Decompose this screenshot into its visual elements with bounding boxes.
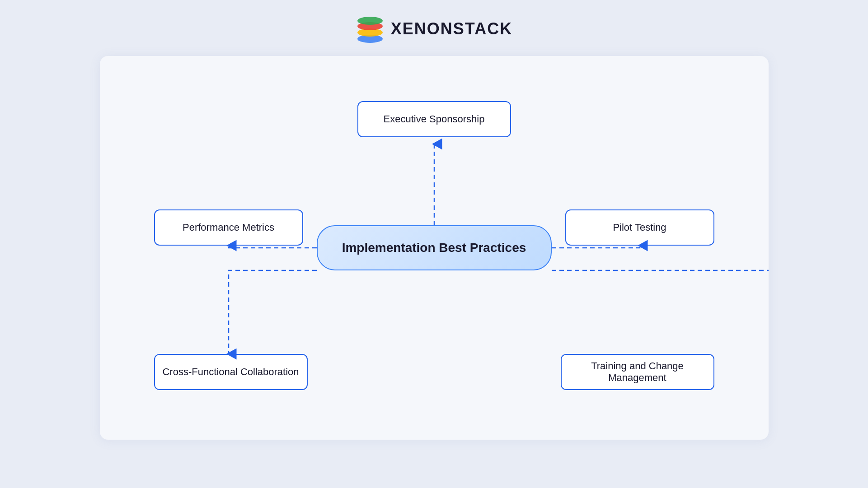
brand-name: XENONSTACK xyxy=(391,19,512,38)
logo-icon xyxy=(356,13,385,45)
cross-functional-label: Cross-Functional Collaboration xyxy=(162,366,299,378)
performance-metrics-box: Performance Metrics xyxy=(154,209,303,246)
pilot-testing-box: Pilot Testing xyxy=(565,209,714,246)
arrow-to-pilot xyxy=(552,246,640,248)
cross-functional-box: Cross-Functional Collaboration xyxy=(154,354,308,390)
performance-metrics-label: Performance Metrics xyxy=(183,222,274,233)
header: XENONSTACK xyxy=(356,13,512,45)
svg-point-3 xyxy=(357,17,383,25)
training-box: Training and Change Management xyxy=(561,354,714,390)
pilot-testing-label: Pilot Testing xyxy=(613,222,666,233)
center-label: Implementation Best Practices xyxy=(342,241,526,255)
center-box: Implementation Best Practices xyxy=(317,225,552,270)
training-label: Training and Change Management xyxy=(562,360,713,384)
diagram-card: Executive Sponsorship Performance Metric… xyxy=(100,56,769,440)
arrow-to-crossfunctional xyxy=(229,270,317,354)
arrow-to-training xyxy=(552,270,769,354)
arrow-to-performance xyxy=(229,246,317,248)
executive-sponsorship-label: Executive Sponsorship xyxy=(384,113,485,125)
executive-sponsorship-box: Executive Sponsorship xyxy=(357,101,511,137)
